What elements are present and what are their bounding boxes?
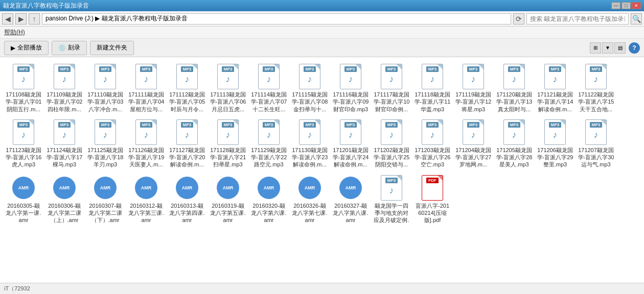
file-icon: MP3 ♪	[297, 63, 322, 90]
list-item[interactable]: MP3 ♪ 171126颛龙国学-盲派八字19天医妻人.m...	[127, 117, 166, 170]
list-item[interactable]: AMR 20160320-颛龙八字第六课.amr	[249, 173, 288, 229]
file-icon: MP3 ♪	[379, 63, 404, 90]
search-input[interactable]	[526, 13, 629, 24]
list-item[interactable]: MP3 ♪ 171201颛龙国学-盲派八字24解读命例.m...	[331, 117, 370, 170]
file-icon: MP3 ♪	[11, 119, 36, 145]
list-item[interactable]: AMR 20160313-颛龙八字第四课.amr	[168, 173, 206, 229]
play-icon: ▶	[11, 44, 15, 52]
menu-help[interactable]: 帮助(H)	[4, 28, 25, 37]
list-item[interactable]: MP3 ♪ 171207颛龙国学-盲派八字30运与气.mp3	[577, 117, 615, 170]
burn-icon: 💿	[58, 44, 66, 52]
list-item[interactable]: MP3 ♪ 171206颛龙国学-盲派八字29整里.mp3	[536, 117, 574, 170]
mp3-icon: MP3 ♪	[13, 64, 34, 89]
file-name: 171111颛龙国学-盲派八字04屋相方位与...	[128, 91, 165, 113]
search-button[interactable]: 🔍	[631, 13, 642, 24]
file-icon: MP3 ♪	[461, 63, 486, 90]
list-item[interactable]: MP3 ♪ 171117颛龙国学-盲派八字10财官印命例...	[372, 61, 411, 115]
mp3-icon: MP3 ♪	[544, 119, 566, 145]
list-item[interactable]: MP3 ♪ 171123颛龙国学-盲派八字16虎人.mp3	[4, 117, 43, 170]
list-item[interactable]: MP3 ♪ 171122颛龙国学-盲派八字15天干五合地...	[577, 61, 615, 115]
file-icon: MP3 ♪	[543, 119, 567, 145]
back-button[interactable]: ◀	[2, 13, 13, 24]
list-item[interactable]: MP3 ♪ 171121颛龙国学-盲派八字14解读命例.m...	[536, 61, 574, 115]
mp3-icon: MP3 ♪	[340, 64, 361, 89]
new-folder-button[interactable]: 新建文件夹	[90, 41, 134, 55]
view-large-icon-button[interactable]: ⊞	[590, 42, 601, 54]
minimize-button[interactable]: —	[611, 2, 620, 9]
file-name: 171128颛龙国学-盲派八字21扫帚星.mp3	[210, 146, 246, 168]
file-name: 171113颛龙国学-盲派八字06月忌日五虎...	[210, 91, 246, 113]
list-item[interactable]: MP3 ♪ 171125颛龙国学-盲派八字18羊刃.mp3	[86, 117, 125, 170]
list-item[interactable]: MP3 ♪ 171204颛龙国学-盲派八字27罗地网.m...	[454, 117, 493, 170]
mp3-icon: MP3 ♪	[585, 64, 607, 89]
list-item[interactable]: AMR 20160305-颛龙八字第一课.amr	[4, 173, 43, 229]
amr-icon: AMR	[298, 177, 321, 199]
file-icon: AMR	[52, 175, 77, 201]
address-input[interactable]	[42, 13, 511, 24]
file-name: 171205颛龙国学-盲派八字28星美人.mp3	[496, 146, 533, 168]
list-item[interactable]: MP3 ♪ 171111颛龙国学-盲派八字04屋相方位与...	[127, 61, 166, 115]
list-item[interactable]: MP3 ♪ 171118颛龙国学-盲派八字11华盖.mp3	[413, 61, 452, 115]
list-item[interactable]: MP3 ♪ 171129颛龙国学-盲派八字22路空元.mp3	[249, 117, 288, 170]
file-name: 20160307-颛龙八字第二课（下）.amr	[87, 202, 124, 224]
list-item[interactable]: MP3 ♪ 171127颛龙国学-盲派八字20解读命例.m...	[168, 117, 206, 170]
file-icon: MP3 ♪	[52, 119, 77, 145]
mp3-icon: MP3 ♪	[258, 64, 280, 89]
burn-button[interactable]: 💿 刻录	[52, 41, 87, 55]
amr-icon: AMR	[258, 177, 280, 199]
list-item[interactable]: MP3 ♪ 171109颛龙国学-盲派八字02四柱年限.m...	[45, 61, 84, 115]
mp3-icon: MP3 ♪	[176, 64, 198, 89]
list-item[interactable]: MP3 ♪ 171120颛龙国学-盲派八字13真太阳时与...	[495, 61, 534, 115]
list-item[interactable]: MP3 ♪ 171112颛龙国学-盲派八字05时辰与月令...	[168, 61, 206, 115]
list-item[interactable]: MP3 ♪ 171113颛龙国学-盲派八字06月忌日五虎...	[209, 61, 247, 115]
list-item[interactable]: AMR 20160326-颛龙八字第七课.amr	[290, 173, 329, 229]
list-item[interactable]: MP3 ♪ 171130颛龙国学-盲派八字23解读命例.m...	[290, 117, 329, 170]
maximize-button[interactable]: □	[622, 2, 631, 9]
forward-button[interactable]: ▶	[15, 13, 27, 24]
list-item[interactable]: MP3 ♪ 171116颛龙国学-盲派八字09财官印命.mp3	[331, 61, 370, 115]
file-name: 171117颛龙国学-盲派八字10财官印命例...	[373, 91, 410, 113]
help-button[interactable]: ?	[629, 42, 640, 54]
list-item[interactable]: MP3 ♪ 171115颛龙国学-盲派八字08金扫帚与十...	[290, 61, 329, 115]
list-item[interactable]: MP3 ♪ 171110颛龙国学-盲派八字03八字冲合.m...	[86, 61, 125, 115]
view-dropdown-button[interactable]: ▼	[602, 42, 613, 54]
list-item[interactable]: MP3 ♪ 171128颛龙国学-盲派八字21扫帚星.mp3	[209, 117, 247, 170]
refresh-button[interactable]: ⟳	[513, 13, 524, 24]
file-name: 171201颛龙国学-盲派八字24解读命例.m...	[332, 146, 369, 168]
file-area: MP3 ♪ 171108颛龙国学-盲派八字01阴阳五行.m... MP3 ♪ 1…	[0, 57, 644, 283]
list-item[interactable]: AMR 20160319-颛龙八字第五课.amr	[209, 173, 247, 229]
list-item[interactable]: MP3 ♪ 颛龙国学一四季与地支的对应及月破定例.m...	[372, 173, 411, 229]
mp3-icon: MP3 ♪	[54, 64, 75, 89]
menu-bar: 帮助(H)	[0, 27, 644, 39]
list-item[interactable]: AMR 20160327-颛龙八字第八课.amr	[331, 173, 370, 229]
list-item[interactable]: AMR 20160307-颛龙八字第二课（下）.amr	[86, 173, 125, 229]
file-icon: AMR	[134, 175, 158, 201]
list-item[interactable]: MP3 ♪ 171124颛龙国学-盲派八字17棵马.mp3	[45, 117, 84, 170]
file-icon: MP3 ♪	[216, 63, 240, 90]
status-bar: iT（72932	[0, 283, 644, 294]
close-button[interactable]: ✕	[632, 2, 641, 9]
file-name: 171112颛龙国学-盲派八字05时辰与月令...	[169, 91, 205, 113]
file-icon: MP3 ♪	[134, 63, 158, 90]
list-item[interactable]: MP3 ♪ 171119颛龙国学-盲派八字12将星.mp3	[454, 61, 493, 115]
file-name: 171122颛龙国学-盲派八字15天干五合地...	[578, 91, 614, 113]
list-item[interactable]: MP3 ♪ 171205颛龙国学-盲派八字28星美人.mp3	[495, 117, 534, 170]
up-button[interactable]: ↑	[29, 13, 40, 24]
list-item[interactable]: AMR 20160306-颛龙八字第二课（上）.amr	[45, 173, 84, 229]
list-item[interactable]: MP3 ♪ 171108颛龙国学-盲派八字01阴阳五行.m...	[4, 61, 43, 115]
list-item[interactable]: MP3 ♪ 171114颛龙国学-盲派八字07十二长生旺...	[249, 61, 288, 115]
list-item[interactable]: AMR 20160312-颛龙八字第三课.amr	[127, 173, 166, 229]
file-icon: MP3 ♪	[93, 119, 118, 145]
mp3-icon: MP3 ♪	[217, 64, 239, 89]
file-icon: AMR	[11, 175, 36, 201]
pdf-icon: PDF	[422, 175, 443, 201]
amr-icon: AMR	[12, 177, 35, 199]
file-name: 171130颛龙国学-盲派八字23解读命例.m...	[291, 146, 328, 168]
play-all-button[interactable]: ▶ 全部播放	[4, 41, 49, 55]
status-text: iT（72932	[4, 285, 30, 292]
list-item[interactable]: MP3 ♪ 171203颛龙国学-盲派八字26空亡.mp3	[413, 117, 452, 170]
list-item[interactable]: MP3 ♪ 171202颛龙国学-盲派八字25阴阳交错与...	[372, 117, 411, 170]
list-item[interactable]: PDF 盲派八字-20160214[压缩版].pdf	[413, 173, 452, 229]
view-list-button[interactable]: ▤	[614, 42, 626, 54]
file-name: 171203颛龙国学-盲派八字26空亡.mp3	[414, 146, 451, 168]
